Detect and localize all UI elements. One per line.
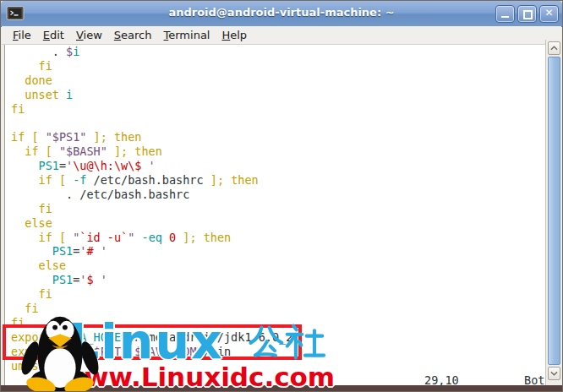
scrollbar-thumb[interactable] [548,57,560,365]
maximize-icon [523,10,533,19]
menu-bar: FileEditViewSearchTerminalHelp [2,26,561,45]
code-line: . /etc/bash.bashrc [11,188,299,202]
code-line: unset i [11,88,299,102]
code-line: if [ "`id -u`" -eq 0 ]; then [11,231,299,245]
code-line: done [11,74,299,88]
title-bar[interactable]: android@android-virtual-machine: ~ ✕ [1,1,562,27]
code-line [11,116,299,130]
code-line: if [ "$BASH" ]; then [11,144,299,159]
code-line: PS1='$ ' [11,273,299,287]
code-line: else [11,216,299,231]
terminal-text: . $i fi done unset ifiif [ "$PS1" ]; the… [11,45,299,373]
code-line: fi [11,302,299,316]
menu-item-edit[interactable]: Edit [37,27,70,43]
code-line: fi [11,316,299,330]
code-line: . $i [11,45,299,59]
scroll-down-button[interactable] [548,367,560,380]
code-line: fi [11,102,299,117]
maximize-button[interactable] [517,5,537,23]
menu-item-search[interactable]: Search [108,27,158,43]
code-line: else [11,259,299,273]
menu-item-view[interactable]: View [70,27,108,43]
code-line: umask 022 [11,359,299,373]
minimize-button[interactable] [495,5,515,23]
code-line: export PATH=$PATH:$JAVA_HOME/bin [11,345,299,359]
menu-item-terminal[interactable]: Terminal [158,27,216,43]
code-line: PS1='# ' [11,244,299,259]
code-line: fi [11,202,299,216]
window-bottom-border [1,385,562,391]
scrollbar [545,40,561,387]
minimize-icon [501,16,509,18]
menu-item-file[interactable]: File [7,27,37,43]
terminal-window: android@android-virtual-machine: ~ ✕ Fil… [0,0,563,392]
close-button[interactable]: ✕ [539,5,559,23]
code-line: PS1='\u@\h:\w\$ ' [11,159,299,173]
code-line: fi [11,287,299,302]
menu-item-help[interactable]: Help [216,27,253,43]
code-line: export JAVA_HOME=/home/android/jdk1.6.0_… [11,330,299,345]
close-icon: ✕ [540,6,558,22]
code-line: fi [11,59,299,74]
window-title: android@android-virtual-machine: ~ [1,6,562,19]
code-line: if [ "$PS1" ]; then [11,130,299,144]
code-line: if [ -f /etc/bash.bashrc ]; then [11,173,299,188]
chevron-up-icon [550,46,558,51]
terminal-screen[interactable]: . $i fi done unset ifiif [ "$PS1" ]; the… [4,45,547,387]
chevron-down-icon [550,371,558,376]
scroll-up-button[interactable] [548,41,560,55]
